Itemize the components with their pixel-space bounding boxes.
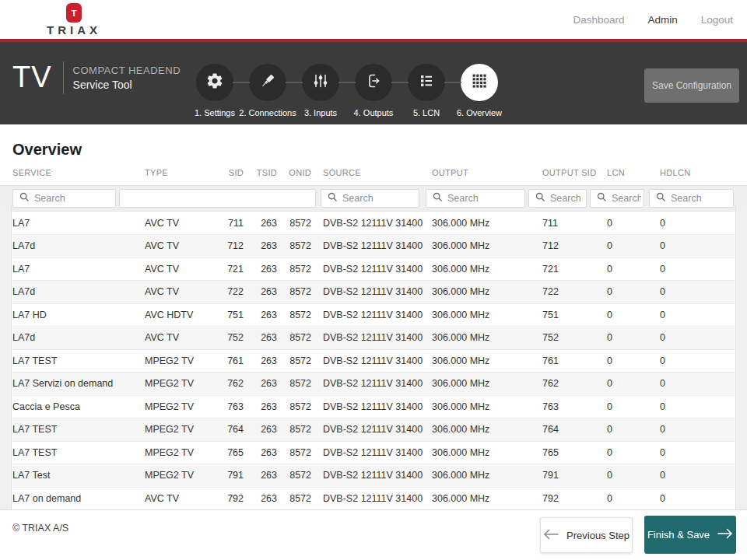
step-label: 2. Connections: [239, 108, 296, 117]
table-cell: LA7 TEST: [12, 418, 145, 442]
table-cell: LA7d: [12, 327, 145, 350]
search-service-input[interactable]: [34, 193, 113, 204]
arrow-left-icon: [543, 529, 559, 542]
table-cell: 791: [542, 464, 607, 488]
search-output[interactable]: [426, 189, 525, 208]
save-configuration-button[interactable]: Save Configuration: [644, 68, 739, 103]
search-service[interactable]: [12, 189, 116, 208]
nav-admin[interactable]: Admin: [647, 14, 677, 26]
table-cell: 306.000 MHz: [432, 395, 542, 418]
table-cell: 306.000 MHz: [432, 303, 542, 327]
copyright-text: © TRIAX A/S: [12, 523, 68, 534]
table-cell: 306.000 MHz: [432, 281, 542, 304]
table-cell: LA7: [12, 212, 145, 235]
table-cell: 263: [244, 257, 277, 281]
table-cell: MPEG2 TV: [145, 441, 218, 464]
search-output-sid[interactable]: [528, 189, 587, 208]
table-cell: 306.000 MHz: [432, 441, 542, 464]
table-cell: 751: [218, 303, 244, 327]
search-hdlcn-input[interactable]: [671, 193, 731, 204]
table-cell: 263: [244, 487, 277, 509]
triax-logo-icon: T: [66, 3, 82, 23]
title-divider: [63, 61, 64, 94]
table-cell: DVB-S2 12111V 31400: [311, 418, 432, 442]
table-cell: 8572: [277, 303, 311, 327]
col-type: TYPE: [145, 168, 168, 177]
table-cell: 0: [660, 395, 735, 418]
table-cell: 263: [244, 373, 277, 396]
table-row: LA7 TestMPEG2 TV7912638572DVB-S2 12111V …: [12, 464, 735, 488]
table-cell: MPEG2 TV: [145, 464, 218, 488]
search-icon: [19, 191, 30, 205]
table-cell: LA7 TEST: [12, 349, 145, 373]
table-row: LA7dAVC TV7522638572DVB-S2 12111V 314003…: [12, 327, 735, 350]
step-overview[interactable]: 6. Overview: [453, 53, 506, 117]
search-source[interactable]: [321, 189, 419, 208]
step-label: 1. Settings: [195, 108, 235, 117]
table-cell: AVC TV: [145, 235, 218, 258]
table-cell: DVB-S2 12111V 31400: [311, 327, 432, 350]
table-cell: 762: [542, 373, 607, 396]
top-bar: T TRIAX Dashboard Admin Logout: [0, 0, 747, 39]
table-cell: DVB-S2 12111V 31400: [311, 257, 432, 281]
table-row: LA7AVC TV7112638572DVB-S2 12111V 3140030…: [12, 212, 735, 235]
table-cell: 263: [244, 281, 277, 304]
table-cell: LA7 HD: [12, 303, 145, 327]
main-content: Overview SERVICE TYPE SID TSID ONID SOUR…: [0, 124, 747, 509]
search-source-input[interactable]: [342, 193, 416, 204]
table-cell: 0: [607, 281, 660, 304]
search-type-input[interactable]: [126, 193, 315, 204]
table-cell: 8572: [277, 257, 311, 281]
search-type-sid[interactable]: [119, 189, 316, 208]
search-output-sid-input[interactable]: [550, 193, 584, 204]
table-row: LA7 HDAVC HDTV7512638572DVB-S2 12111V 31…: [12, 303, 735, 327]
table-cell: 306.000 MHz: [432, 212, 542, 235]
table-cell: AVC HDTV: [145, 303, 218, 327]
finish-save-button[interactable]: Finish & Save: [644, 516, 736, 554]
list-icon: [417, 72, 436, 93]
table-cell: 752: [218, 327, 244, 350]
table-cell: 712: [218, 235, 244, 258]
table-cell: MPEG2 TV: [145, 395, 218, 418]
step-settings[interactable]: 1. Settings: [188, 53, 241, 117]
search-lcn[interactable]: [590, 189, 644, 208]
search-lcn-input[interactable]: [612, 193, 641, 204]
table-cell: DVB-S2 12111V 31400: [311, 441, 432, 464]
search-hdlcn[interactable]: [649, 189, 734, 208]
step-connections[interactable]: 2. Connections: [241, 53, 294, 117]
table-row: LA7 Servizi on demandMPEG2 TV7622638572D…: [12, 373, 735, 396]
table-cell: 8572: [277, 418, 311, 442]
table-cell: 0: [660, 281, 735, 304]
table-cell: 0: [607, 327, 660, 350]
step-inputs[interactable]: 3. Inputs: [294, 53, 347, 117]
nav-dashboard[interactable]: Dashboard: [573, 14, 624, 26]
gear-icon: [205, 72, 224, 93]
table-cell: 0: [660, 257, 735, 281]
table-cell: 8572: [277, 235, 311, 258]
table-cell: 0: [660, 464, 735, 488]
table-cell: 306.000 MHz: [432, 349, 542, 373]
table-cell: DVB-S2 12111V 31400: [311, 464, 432, 488]
step-circle: [408, 64, 445, 101]
table-cell: 721: [218, 257, 244, 281]
table-cell: AVC TV: [145, 487, 218, 509]
table-cell: 763: [218, 395, 244, 418]
nav-logout[interactable]: Logout: [701, 14, 733, 26]
table-left-gutter: [0, 205, 12, 509]
previous-step-button[interactable]: Previous Step: [540, 517, 633, 553]
search-icon: [535, 191, 545, 205]
search-output-input[interactable]: [447, 193, 522, 204]
sliders-icon: [311, 72, 330, 93]
table-cell: 0: [607, 464, 660, 488]
col-tsid: TSID: [244, 168, 277, 177]
step-outputs[interactable]: 4. Outputs: [347, 53, 400, 117]
table-cell: 0: [607, 487, 660, 509]
table-cell: 0: [607, 395, 660, 418]
table-cell: 792: [542, 487, 607, 509]
table-cell: 763: [542, 395, 607, 418]
step-lcn[interactable]: 5. LCN: [400, 53, 453, 117]
table-cell: 8572: [277, 349, 311, 373]
table-cell: MPEG2 TV: [145, 373, 218, 396]
plug-icon: [258, 72, 277, 93]
table-cell: DVB-S2 12111V 31400: [311, 303, 432, 327]
